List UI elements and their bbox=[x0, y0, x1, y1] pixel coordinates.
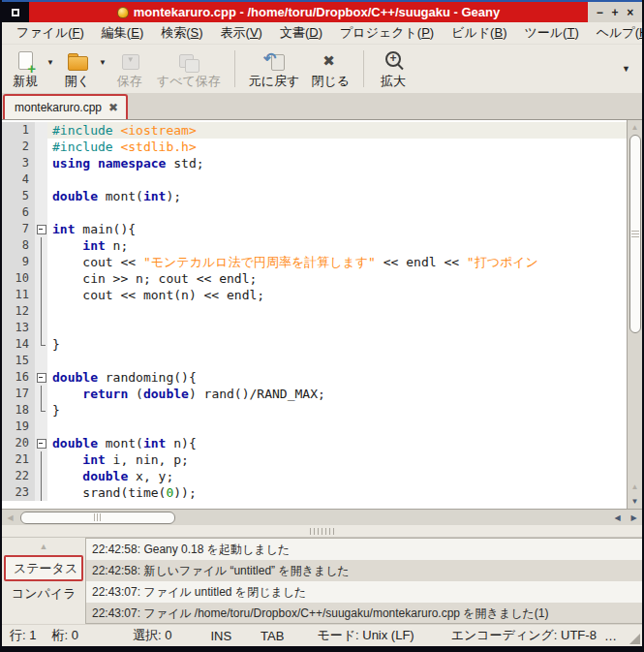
window-menu-button[interactable] bbox=[2, 2, 29, 22]
code-line-12[interactable]: 12 bbox=[2, 303, 627, 320]
scroll-right-arrow-icon[interactable]: ▶ bbox=[626, 510, 642, 525]
line-number[interactable]: 9 bbox=[2, 254, 35, 270]
code-line-23[interactable]: 23 srand(time(0)); bbox=[2, 484, 627, 501]
line-number[interactable]: 6 bbox=[2, 204, 35, 221]
code-line-2[interactable]: 2#include <stdlib.h> bbox=[2, 139, 627, 155]
menu-item-p[interactable]: プロジェクト(P) bbox=[331, 22, 443, 44]
code-line-20[interactable]: 20double mont(int n){ bbox=[2, 435, 627, 451]
code-line-6[interactable]: 6 bbox=[2, 204, 627, 221]
line-number[interactable]: 5 bbox=[2, 188, 35, 204]
line-number[interactable]: 7 bbox=[2, 221, 35, 237]
line-number[interactable]: 18 bbox=[2, 402, 35, 419]
save-all-icon bbox=[177, 50, 200, 74]
new-document-icon bbox=[14, 50, 37, 74]
horizontal-scrollbar-thumb[interactable] bbox=[20, 512, 175, 524]
code-line-15[interactable]: 15 bbox=[2, 353, 627, 369]
maximize-button[interactable]: + bbox=[611, 7, 618, 18]
status-message-row[interactable]: 22:42:58: Geany 0.18 を起動しました bbox=[86, 539, 642, 560]
line-number[interactable]: 11 bbox=[2, 287, 35, 303]
line-number[interactable]: 12 bbox=[2, 303, 35, 320]
line-number[interactable]: 1 bbox=[2, 122, 35, 139]
code-line-18[interactable]: 18} bbox=[2, 402, 627, 419]
line-number[interactable]: 13 bbox=[2, 320, 35, 336]
status-message-row[interactable]: 22:42:58: 新しいファイル “untitled” を開きました bbox=[86, 560, 642, 581]
zoom-in-button[interactable]: 拡大 bbox=[372, 49, 414, 89]
chevron-down-icon[interactable]: ▼ bbox=[46, 58, 54, 67]
line-number[interactable]: 22 bbox=[2, 468, 35, 484]
line-number[interactable]: 20 bbox=[2, 435, 35, 451]
scroll-down-arrow-icon[interactable]: ▼ bbox=[628, 494, 642, 509]
code-line-7[interactable]: 7int main(){ bbox=[2, 221, 627, 237]
menu-item-h[interactable]: ヘルプ(H) bbox=[588, 22, 642, 44]
new-document-button[interactable]: 新規 bbox=[4, 49, 46, 89]
fold-margin bbox=[35, 419, 47, 435]
chevron-down-icon[interactable]: ▼ bbox=[99, 58, 107, 67]
resize-grip-icon[interactable] bbox=[629, 634, 640, 644]
line-number[interactable]: 10 bbox=[2, 270, 35, 287]
scroll-up-arrow-icon[interactable]: ▲ bbox=[628, 120, 642, 135]
menu-item-v[interactable]: 表示(V) bbox=[212, 22, 271, 44]
vertical-scrollbar-thumb[interactable] bbox=[629, 135, 641, 333]
code-line-4[interactable]: 4 bbox=[2, 171, 627, 188]
line-number[interactable]: 17 bbox=[2, 386, 35, 402]
code-line-16[interactable]: 16double randoming(){ bbox=[2, 369, 627, 386]
panel-collapse-arrow-icon[interactable]: ▲ bbox=[2, 539, 85, 554]
line-number[interactable]: 4 bbox=[2, 171, 35, 188]
fold-margin bbox=[35, 353, 47, 369]
status-message-list[interactable]: 22:42:58: Geany 0.18 を起動しました22:42:58: 新し… bbox=[85, 538, 642, 624]
panel-tab-status[interactable]: ステータス bbox=[4, 555, 83, 581]
panel-splitter[interactable] bbox=[2, 525, 642, 538]
menu-item-t[interactable]: ツール(T) bbox=[515, 22, 587, 44]
fold-collapse-icon[interactable] bbox=[35, 435, 47, 451]
minimize-button[interactable]: − bbox=[597, 7, 603, 18]
close-document-button[interactable]: 閉じる bbox=[305, 49, 355, 89]
code-line-8[interactable]: 8 int n; bbox=[2, 237, 627, 254]
code-text: } bbox=[47, 402, 627, 419]
horizontal-scrollbar[interactable]: ◀ ◀ ▶ bbox=[2, 509, 642, 525]
panel-tab-compiler[interactable]: コンパイラ bbox=[4, 582, 83, 608]
line-number[interactable]: 16 bbox=[2, 369, 35, 386]
document-tabbar: montekaruro.cpp✖ bbox=[2, 93, 642, 119]
tab-close-icon[interactable]: ✖ bbox=[108, 102, 118, 113]
code-line-14[interactable]: 14} bbox=[2, 336, 627, 353]
scroll-up-arrow2-icon[interactable]: ▲ bbox=[628, 480, 642, 494]
scroll-left-arrow2-icon[interactable]: ◀ bbox=[609, 510, 626, 525]
code-view[interactable]: 1#include <iostream>2#include <stdlib.h>… bbox=[2, 120, 627, 509]
code-line-21[interactable]: 21 int i, nin, p; bbox=[2, 451, 627, 468]
code-line-5[interactable]: 5double mont(int); bbox=[2, 188, 627, 204]
open-folder-button[interactable]: 開く bbox=[56, 49, 99, 89]
line-number[interactable]: 8 bbox=[2, 237, 35, 254]
line-number[interactable]: 21 bbox=[2, 451, 35, 468]
code-line-9[interactable]: 9 cout << "モンテカルロ法で円周率を計算します" << endl <<… bbox=[2, 254, 627, 270]
fold-collapse-icon[interactable] bbox=[35, 221, 47, 237]
code-line-19[interactable]: 19 bbox=[2, 419, 627, 435]
document-tab[interactable]: montekaruro.cpp✖ bbox=[3, 94, 128, 119]
menu-item-e[interactable]: 編集(E) bbox=[93, 22, 152, 44]
code-line-22[interactable]: 22 double x, y; bbox=[2, 468, 627, 484]
code-line-11[interactable]: 11 cout << mont(n) << endl; bbox=[2, 287, 627, 303]
code-line-10[interactable]: 10 cin >> n; cout << endl; bbox=[2, 270, 627, 287]
fold-collapse-icon[interactable] bbox=[35, 369, 47, 386]
line-number[interactable]: 19 bbox=[2, 419, 35, 435]
vertical-scrollbar[interactable]: ▲ ▲ ▼ bbox=[627, 120, 642, 509]
line-number[interactable]: 3 bbox=[2, 155, 35, 171]
line-number[interactable]: 15 bbox=[2, 353, 35, 369]
scroll-left-arrow-icon[interactable]: ◀ bbox=[2, 510, 18, 525]
toolbar-overflow-icon[interactable]: ▼ bbox=[622, 64, 638, 74]
menu-item-s[interactable]: 検索(S) bbox=[152, 22, 211, 44]
code-line-1[interactable]: 1#include <iostream> bbox=[2, 122, 627, 139]
menu-item-b[interactable]: ビルド(B) bbox=[443, 22, 515, 44]
code-line-17[interactable]: 17 return (double) rand()/RAND_MAX; bbox=[2, 386, 627, 402]
line-number[interactable]: 23 bbox=[2, 484, 35, 501]
line-number[interactable]: 14 bbox=[2, 336, 35, 353]
revert-button[interactable]: 元に戻す bbox=[243, 49, 306, 89]
status-message-row[interactable]: 22:43:07: ファイル untitled を閉じました bbox=[86, 581, 642, 603]
close-window-button[interactable]: × bbox=[627, 7, 633, 18]
status-message-row[interactable]: 22:43:07: ファイル /home/toru/Dropbox/C++/su… bbox=[86, 603, 642, 624]
line-number[interactable]: 2 bbox=[2, 139, 35, 155]
menu-item-d[interactable]: 文書(D) bbox=[271, 22, 331, 44]
titlebar[interactable]: montekaruro.cpp - /home/toru/Dropbox/C++… bbox=[2, 2, 642, 22]
code-line-13[interactable]: 13 bbox=[2, 320, 627, 336]
code-line-3[interactable]: 3using namespace std; bbox=[2, 155, 627, 171]
menu-item-f[interactable]: ファイル(F) bbox=[8, 22, 93, 44]
